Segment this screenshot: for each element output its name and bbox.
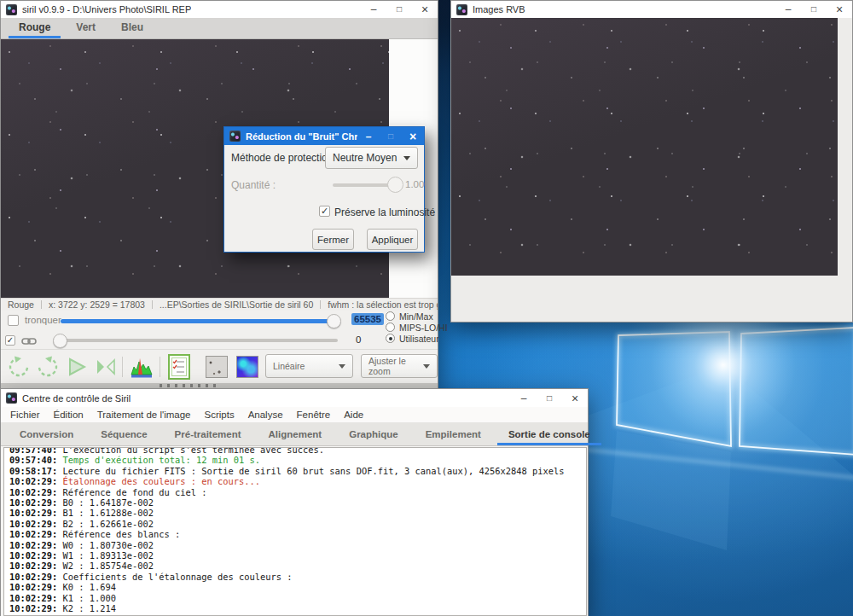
rvb-title-bar: Images RVB – □ × (451, 1, 852, 18)
preserve-lightness-checkbox[interactable]: ✓ (319, 206, 330, 217)
tab-vert[interactable]: Vert (63, 18, 108, 38)
histogram-icon (130, 355, 154, 379)
console-line: 10:02:29: K2 : 1.214 (9, 603, 581, 613)
close-icon[interactable]: × (562, 389, 588, 407)
play-triangle-icon (66, 356, 88, 378)
console-timestamp: 10:02:29: (9, 572, 63, 582)
console-output[interactable]: 09:57:40: L'exécution du script s'est te… (3, 447, 587, 616)
truncate-checkbox[interactable] (8, 315, 19, 326)
amount-slider-track[interactable] (333, 183, 396, 187)
console-line: 10:02:29: B2 : 1.62661e-002 (9, 519, 581, 529)
close-icon[interactable]: × (402, 127, 424, 145)
low-level-slider-handle[interactable] (53, 334, 67, 348)
console-timestamp: 10:02:29: (9, 519, 63, 529)
zoom-select[interactable]: Ajuster le zoom (361, 354, 438, 378)
mirror-x-button[interactable] (62, 352, 90, 381)
color-preview-icon (236, 356, 258, 378)
console-timestamp: 10:02:29: (9, 593, 63, 603)
console-message: Temps d'exécution total: 12 min 01 s. (63, 455, 260, 465)
journal-button[interactable] (165, 352, 193, 381)
amount-label: Quantité : (231, 179, 276, 191)
console-line: 10:02:29: K0 : 1.694 (9, 582, 581, 592)
tab-conversion[interactable]: Conversion (6, 423, 87, 445)
tab-graphique[interactable]: Graphique (335, 423, 412, 445)
amount-value: 1.00 (405, 179, 424, 189)
rotate-ccw-button[interactable] (4, 352, 32, 381)
maximize-icon[interactable]: □ (380, 127, 402, 145)
radio-utilisateur[interactable]: Utilisateur (386, 333, 448, 344)
console-timestamp: 10:02:29: (9, 550, 63, 561)
status-separator (320, 300, 321, 309)
tab-se-quence[interactable]: Séquence (87, 423, 160, 445)
menu-fichier[interactable]: Fichier (3, 407, 47, 422)
siril-app-icon (456, 4, 467, 15)
protection-method-label: Méthode de protection : (231, 152, 339, 164)
high-level-slider-handle[interactable] (327, 314, 341, 328)
console-message: B2 : 1.62661e-002 (63, 519, 154, 529)
tab-empilement[interactable]: Empilement (412, 423, 495, 445)
grayscale-preview-button[interactable] (202, 352, 230, 381)
menu-analyse[interactable]: Analyse (241, 407, 290, 422)
histogram-button[interactable] (127, 352, 155, 381)
apply-button[interactable]: Appliquer (367, 229, 418, 250)
tab-rouge[interactable]: Rouge (6, 18, 63, 38)
radio-mips-lo-hi[interactable]: MIPS-LO/HI (386, 322, 448, 333)
image-canvas-rvb[interactable] (451, 18, 838, 276)
console-message: Référence des blancs : (63, 529, 181, 539)
color-preview-button[interactable] (233, 352, 261, 381)
high-level-input[interactable]: 65535 (351, 313, 384, 325)
menu-bar: FichierÉditionTraitement de l'imageScrip… (1, 407, 588, 423)
amount-slider-handle[interactable] (387, 177, 403, 193)
console-line: 09:57:40: L'exécution du script s'est te… (9, 447, 581, 455)
tab-pre-traitement[interactable]: Pré-traitement (161, 423, 255, 445)
console-timestamp: 10:02:29: (9, 529, 63, 539)
chain-link-icon (21, 337, 37, 346)
console-lines: 09:57:40: L'exécution du script s'est te… (9, 447, 581, 614)
maximize-icon[interactable]: □ (386, 1, 412, 18)
radio-label: MIPS-LO/HI (399, 323, 448, 333)
console-timestamp: 09:57:40: (9, 447, 63, 455)
console-line: 10:02:29: Étalonnage des couleurs : en c… (9, 476, 581, 486)
minimize-icon[interactable]: – (361, 1, 386, 18)
tab-alignement[interactable]: Alignement (255, 423, 336, 445)
noise-reduction-dialog: Réduction du "Bruit" Chrom... – □ × Méth… (223, 126, 425, 253)
console-line: 10:02:29: B1 : 1.61288e-002 (9, 508, 581, 518)
radio-min-max[interactable]: Min/Max (386, 311, 448, 322)
dialog-title-bar: Réduction du "Bruit" Chrom... – □ × (224, 127, 424, 145)
close-icon[interactable]: × (827, 1, 852, 18)
display-mode-select[interactable]: Linéaire (265, 354, 353, 378)
minimize-icon[interactable]: – (357, 127, 380, 145)
preserve-lightness-label: Préserve la luminosité (334, 206, 435, 218)
close-icon[interactable]: × (412, 1, 438, 18)
low-level-input[interactable]: 0 (356, 334, 361, 345)
high-level-slider-track[interactable] (61, 319, 339, 323)
close-dialog-button[interactable]: Fermer (312, 229, 354, 250)
tab-bleu[interactable]: Bleu (108, 18, 156, 38)
protection-method-select[interactable]: Neutre Moyen (325, 147, 418, 169)
mirror-y-button[interactable] (91, 352, 119, 381)
menu-traitement-de-l-image[interactable]: Traitement de l'image (90, 407, 198, 422)
menu-scripts[interactable]: Scripts (197, 407, 241, 422)
grayscale-preview-icon (206, 356, 228, 378)
minimize-icon[interactable]: – (775, 1, 801, 18)
low-level-slider-track[interactable] (61, 339, 338, 342)
rotate-cw-button[interactable] (33, 352, 61, 381)
menu-fene-tre[interactable]: Fenêtre (290, 407, 338, 422)
radio-label: Utilisateur (399, 334, 439, 344)
zoom-value: Ajuster le zoom (368, 356, 423, 376)
menu-e-dition[interactable]: Édition (47, 407, 90, 422)
channel-tab-bar: RougeVertBleu (1, 18, 438, 39)
console-line: 10:02:29: K1 : 1.000 (9, 593, 581, 603)
console-message: B1 : 1.61288e-002 (63, 508, 154, 518)
maximize-icon[interactable]: □ (537, 389, 562, 407)
maximize-icon[interactable]: □ (801, 1, 827, 18)
link-checkbox[interactable]: ✓ (5, 335, 15, 346)
levels-panel: tronquer 65535 Min/MaxMIPS-LO/HIUtilisat… (1, 311, 438, 349)
protection-method-value: Neutre Moyen (333, 152, 397, 164)
radio-icon (386, 311, 395, 321)
console-line: 10:02:29: W0 : 1.80730e-002 (9, 540, 581, 550)
tab-sortie-de-console[interactable]: Sortie de console (495, 423, 604, 445)
menu-aide[interactable]: Aide (337, 407, 370, 422)
minimize-icon[interactable]: – (511, 389, 537, 407)
main-window-title: siril v0.9.9 - D:\Univers Photo\SIRIL RE… (22, 4, 191, 15)
